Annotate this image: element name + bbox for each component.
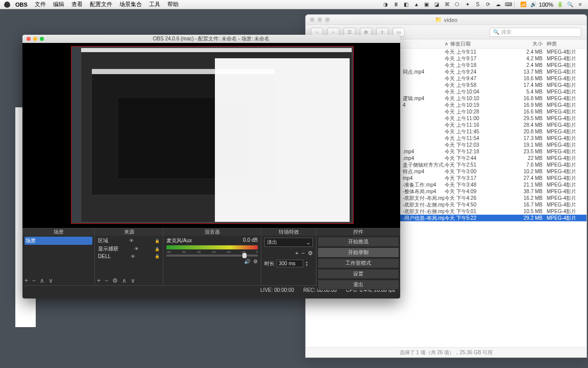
source-item[interactable]: 显示捕获👁🔒 bbox=[97, 245, 161, 253]
move-down-button[interactable]: ∨ bbox=[131, 277, 135, 284]
folder-icon: 📁 bbox=[435, 16, 442, 23]
sources-panel: 来源 区域👁🔒 显示捕获👁🔒 DELL👁🔒 + − ⚙ ∧ ∨ bbox=[95, 228, 163, 285]
scenes-panel: 场景 场景 + − ∧ ∨ bbox=[22, 228, 95, 285]
volume-slider[interactable] bbox=[166, 255, 258, 257]
settings-icon[interactable]: ⚙ bbox=[253, 259, 258, 264]
mixer-db: 0.0 dB bbox=[243, 237, 258, 244]
scenes-header: 场景 bbox=[22, 228, 94, 236]
transition-select[interactable]: 淡出⌄ bbox=[264, 238, 313, 247]
pause-icon[interactable]: ⏸ bbox=[393, 1, 400, 8]
tray-icon[interactable]: ▣ bbox=[423, 1, 430, 8]
source-item[interactable]: 区域👁🔒 bbox=[97, 237, 161, 245]
start-record-button[interactable]: 开始录制 bbox=[317, 247, 399, 258]
tray-icon[interactable]: ▲ bbox=[413, 1, 420, 8]
settings-button[interactable]: 设置 bbox=[317, 269, 399, 279]
mute-icon[interactable]: 🔊 bbox=[244, 259, 250, 264]
visibility-icon[interactable]: 👁 bbox=[131, 254, 135, 259]
menu-profile[interactable]: 配置文件 bbox=[90, 1, 112, 8]
menu-app[interactable]: OBS bbox=[15, 2, 28, 8]
visibility-icon[interactable]: 👁 bbox=[134, 246, 139, 251]
tray-icon[interactable]: ◪ bbox=[433, 1, 440, 8]
tray-icon[interactable]: S bbox=[474, 1, 481, 8]
lock-icon[interactable]: 🔒 bbox=[155, 247, 160, 251]
tray-icon[interactable]: ◑ bbox=[382, 1, 389, 8]
settings-transition-button[interactable]: ⚙ bbox=[308, 250, 313, 257]
mac-menubar: OBS 文件 编辑 查看 配置文件 场景集合 工具 帮助 ◑ ⏸ ◧ ▲ ▣ ◪… bbox=[0, 0, 588, 9]
menu-help[interactable]: 帮助 bbox=[167, 1, 179, 8]
tray-icon[interactable]: ⌨ bbox=[505, 1, 512, 8]
zoom-icon[interactable] bbox=[325, 17, 330, 22]
duration-input[interactable] bbox=[277, 260, 303, 267]
tray-icon[interactable]: ✦ bbox=[464, 1, 471, 8]
transitions-header: 转场特效 bbox=[261, 228, 316, 236]
duration-label: 时长 bbox=[264, 260, 275, 267]
volume-icon[interactable]: 🔊 bbox=[530, 1, 537, 8]
finder-titlebar: 📁 video bbox=[306, 15, 586, 25]
stepper-down-icon[interactable]: ▼ bbox=[305, 264, 308, 267]
audio-meter: -60-50-40-30-20-100 bbox=[166, 245, 258, 249]
controls-panel: 控件 开始推流 开始录制 工作室模式 设置 退出 bbox=[316, 228, 400, 285]
sources-header: 来源 bbox=[95, 228, 163, 236]
minimize-icon[interactable] bbox=[317, 17, 322, 22]
scene-item[interactable]: 场景 bbox=[24, 237, 92, 245]
obs-window: OBS 24.0.6 (mac) - 配置文件: 未命名 - 场景: 未命名 场… bbox=[22, 35, 400, 298]
capture-outline[interactable] bbox=[71, 46, 354, 224]
battery-pct: 100% bbox=[539, 2, 553, 8]
search-icon: 🔍 bbox=[493, 29, 499, 35]
lock-icon[interactable]: 🔒 bbox=[155, 239, 160, 243]
add-transition-button[interactable]: + bbox=[295, 250, 298, 257]
studio-mode-button[interactable]: 工作室模式 bbox=[317, 258, 399, 268]
remove-scene-button[interactable]: − bbox=[32, 277, 36, 284]
tray-icon[interactable]: ⟳ bbox=[484, 1, 492, 8]
add-scene-button[interactable]: + bbox=[24, 277, 28, 284]
battery-icon[interactable]: 🔋 bbox=[556, 1, 564, 8]
lock-icon[interactable]: 🔒 bbox=[155, 254, 160, 259]
live-time: LIVE: 00:00:00 bbox=[260, 287, 294, 293]
exit-button[interactable]: 退出 bbox=[317, 280, 399, 290]
move-down-button[interactable]: ∨ bbox=[48, 277, 53, 284]
add-source-button[interactable]: + bbox=[97, 277, 101, 284]
tray-icon[interactable]: ◧ bbox=[403, 1, 410, 8]
source-item[interactable]: DELL👁🔒 bbox=[97, 253, 161, 260]
tray-icon[interactable]: ⎔ bbox=[454, 1, 461, 8]
apple-icon[interactable] bbox=[4, 2, 10, 8]
mixer-header: 混音器 bbox=[163, 228, 261, 236]
transitions-panel: 转场特效 淡出⌄ + − ⚙ 时长 ▲▼ bbox=[261, 228, 316, 285]
tray-icon[interactable]: ☁ bbox=[495, 1, 502, 8]
finder-statusbar: 选择了 1 项（共 26 项），25.36 GB 可用 bbox=[306, 347, 586, 357]
menu-file[interactable]: 文件 bbox=[35, 1, 46, 8]
mixer-ch-name: 麦克风/Aux bbox=[166, 237, 192, 244]
remove-source-button[interactable]: − bbox=[105, 277, 108, 284]
visibility-icon[interactable]: 👁 bbox=[129, 238, 134, 243]
search-input[interactable]: 🔍 搜索 bbox=[489, 28, 581, 37]
menu-list-icon[interactable]: ≡ bbox=[577, 1, 584, 8]
close-icon[interactable] bbox=[310, 17, 314, 22]
mixer-panel: 混音器 麦克风/Aux0.0 dB -60-50-40-30-20-100 🔊 … bbox=[163, 228, 261, 285]
controls-header: 控件 bbox=[316, 228, 400, 236]
move-up-button[interactable]: ∧ bbox=[40, 277, 44, 284]
menu-view[interactable]: 查看 bbox=[71, 1, 83, 8]
minimize-icon[interactable] bbox=[33, 37, 37, 41]
close-icon[interactable] bbox=[27, 37, 31, 41]
obs-titlebar: OBS 24.0.6 (mac) - 配置文件: 未命名 - 场景: 未命名 bbox=[22, 35, 400, 43]
tray-icon[interactable]: ⌘ bbox=[444, 1, 451, 8]
menu-scenecoll[interactable]: 场景集合 bbox=[119, 1, 142, 8]
obs-preview-area[interactable] bbox=[22, 43, 400, 228]
obs-title-text: OBS 24.0.6 (mac) - 配置文件: 未命名 - 场景: 未命名 bbox=[153, 35, 270, 42]
finder-title-text: video bbox=[444, 17, 457, 23]
remove-transition-button[interactable]: − bbox=[302, 250, 305, 257]
search-icon[interactable]: 🔍 bbox=[567, 1, 574, 8]
start-stream-button[interactable]: 开始推流 bbox=[317, 237, 399, 247]
wifi-icon[interactable]: 📶 bbox=[520, 1, 527, 8]
menu-tools[interactable]: 工具 bbox=[149, 1, 160, 8]
menu-edit[interactable]: 编辑 bbox=[53, 1, 64, 8]
move-up-button[interactable]: ∧ bbox=[122, 277, 127, 284]
settings-source-button[interactable]: ⚙ bbox=[112, 277, 118, 284]
zoom-icon[interactable] bbox=[40, 37, 44, 41]
